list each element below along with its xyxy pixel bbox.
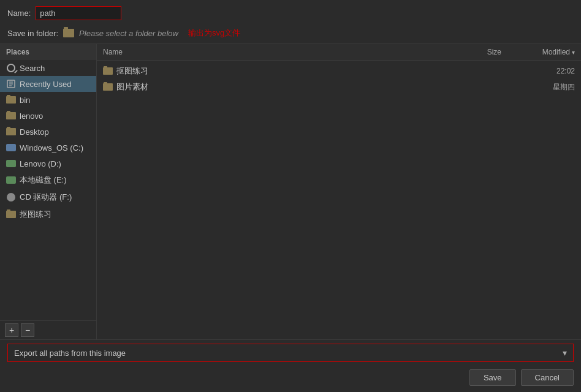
column-modified[interactable]: Modified ▾ xyxy=(501,48,575,56)
header-row: Name: xyxy=(0,0,581,25)
file-row-name: 抠图练习 xyxy=(103,66,465,77)
folder-icon xyxy=(6,95,16,105)
folder-icon xyxy=(63,29,74,37)
folder-icon xyxy=(103,83,113,91)
folder-icon xyxy=(6,111,16,121)
sidebar-item-lenovo-d[interactable]: Lenovo (D:) xyxy=(0,156,96,172)
file-name-label: 图片素材 xyxy=(116,81,148,92)
remove-bookmark-button[interactable]: − xyxy=(21,323,34,337)
sidebar-item-bin[interactable]: bin xyxy=(0,92,96,108)
search-icon xyxy=(6,63,16,73)
cancel-button[interactable]: Cancel xyxy=(521,369,574,386)
sidebar-item-label: lenovo xyxy=(20,111,43,121)
sidebar-item-local-e[interactable]: 本地磁盘 (E:) xyxy=(0,172,96,189)
file-modified-label: 星期四 xyxy=(501,82,575,92)
column-size[interactable]: Size xyxy=(465,48,501,56)
folder-icon xyxy=(6,209,16,219)
sidebar-item-recently-used[interactable]: Recently Used xyxy=(0,76,96,92)
name-label: Name: xyxy=(7,9,31,18)
dialog: Name: Save in folder: Please select a fo… xyxy=(0,0,581,392)
name-input[interactable] xyxy=(36,6,121,20)
folder-placeholder: Please select a folder below xyxy=(79,29,178,38)
add-bookmark-button[interactable]: + xyxy=(5,323,18,337)
main-area: Places Search Recently Use xyxy=(0,43,581,340)
sidebar-item-label: bin xyxy=(20,96,30,105)
export-label: Export all paths from this image xyxy=(14,349,563,358)
sidebar-item-label: Recently Used xyxy=(20,80,72,89)
sidebar-item-desktop[interactable]: Desktop xyxy=(0,124,96,140)
sidebar-item-label: Search xyxy=(20,64,45,73)
recently-used-icon xyxy=(6,79,16,89)
sidebar-item-lenovo[interactable]: lenovo xyxy=(0,108,96,124)
drive-win-icon xyxy=(6,143,16,153)
sidebar-bottom: + − xyxy=(0,320,96,339)
folder-icon xyxy=(103,67,113,75)
file-list: 抠图练习 22:02 图片素材 星期四 xyxy=(97,61,581,339)
table-row[interactable]: 图片素材 星期四 xyxy=(97,79,581,95)
sidebar-item-search[interactable]: Search xyxy=(0,60,96,76)
file-modified-label: 22:02 xyxy=(501,67,575,75)
save-button[interactable]: Save xyxy=(469,369,516,386)
sidebar-item-label: CD 驱动器 (F:) xyxy=(20,192,72,203)
sidebar-item-label: Desktop xyxy=(20,127,49,137)
table-row[interactable]: 抠图练习 22:02 xyxy=(97,63,581,79)
sidebar-item-cd-f[interactable]: CD 驱动器 (F:) xyxy=(0,189,96,206)
sidebar-item-koutu[interactable]: 抠图练习 xyxy=(0,206,96,223)
file-row-name: 图片素材 xyxy=(103,81,465,92)
folder-hint: 输出为svg文件 xyxy=(188,28,240,39)
file-list-header: Name Size Modified ▾ xyxy=(97,44,581,61)
drive-icon xyxy=(6,159,16,168)
bottom-section: Export all paths from this image ▾ Save … xyxy=(0,340,581,392)
sidebar-header: Places xyxy=(0,44,96,60)
footer-row: Save Cancel xyxy=(7,367,574,388)
file-area: Name Size Modified ▾ 抠图练习 xyxy=(97,44,581,339)
sidebar-item-label: Windows_OS (C:) xyxy=(20,143,83,153)
chevron-down-icon: ▾ xyxy=(563,348,567,358)
drive-cd-icon xyxy=(6,192,16,202)
folder-label: Save in folder: xyxy=(7,29,58,38)
sidebar-item-label: Lenovo (D:) xyxy=(20,159,61,168)
folder-icon xyxy=(6,127,16,137)
export-row[interactable]: Export all paths from this image ▾ xyxy=(7,344,574,362)
column-name[interactable]: Name xyxy=(103,48,465,56)
sidebar-item-label: 本地磁盘 (E:) xyxy=(20,175,67,186)
sidebar-item-label: 抠图练习 xyxy=(20,209,51,220)
sidebar: Places Search Recently Use xyxy=(0,44,97,339)
folder-row: Save in folder: Please select a folder b… xyxy=(0,25,581,43)
file-name-label: 抠图练习 xyxy=(116,66,148,77)
sort-arrow-icon: ▾ xyxy=(572,49,575,56)
drive-icon xyxy=(6,175,16,185)
sidebar-item-windows-os[interactable]: Windows_OS (C:) xyxy=(0,140,96,156)
